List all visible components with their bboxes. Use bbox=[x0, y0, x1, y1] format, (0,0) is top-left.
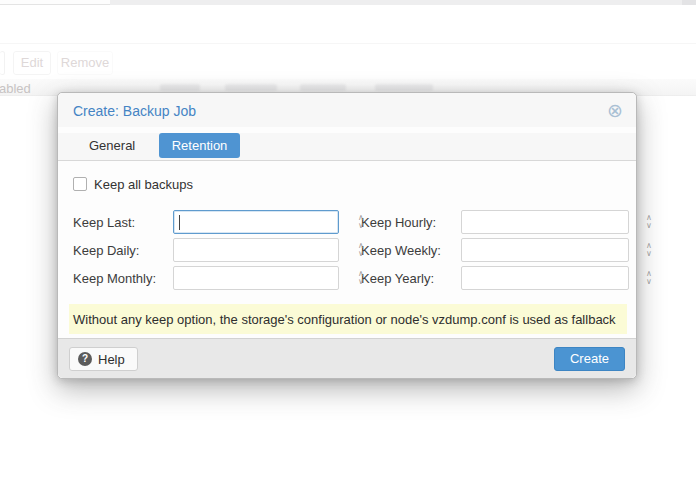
keep-monthly-input[interactable] bbox=[174, 267, 358, 289]
screen: Edit Remove abled Create: Backup Job ⊗ G… bbox=[0, 0, 696, 484]
background-toolbar: Edit Remove bbox=[0, 50, 696, 76]
keep-hourly-input[interactable] bbox=[462, 211, 646, 233]
faint-column-header bbox=[375, 84, 433, 91]
dialog-body: Keep all backups Keep Last: ∧∨ Keep Hour… bbox=[58, 162, 636, 340]
keep-weekly-label: Keep Weekly: bbox=[361, 243, 461, 258]
background-divider bbox=[0, 43, 696, 44]
keep-all-backups-row: Keep all backups bbox=[73, 176, 193, 192]
keep-yearly-field[interactable]: ∧∨ bbox=[461, 266, 629, 290]
keep-weekly-input[interactable] bbox=[462, 239, 646, 261]
keep-daily-label: Keep Daily: bbox=[73, 243, 173, 258]
text-cursor bbox=[179, 215, 180, 230]
browser-active-tab-fragment bbox=[0, 0, 110, 5]
keep-hourly-label: Keep Hourly: bbox=[361, 215, 461, 230]
close-icon[interactable]: ⊗ bbox=[604, 99, 626, 121]
spinner-arrows-icon[interactable]: ∧∨ bbox=[646, 211, 652, 233]
keep-last-input[interactable] bbox=[174, 211, 358, 233]
remove-button[interactable]: Remove bbox=[57, 51, 113, 75]
spinner-arrows-icon[interactable]: ∧∨ bbox=[646, 267, 652, 289]
browser-strip-fragment bbox=[682, 0, 696, 5]
keep-last-field[interactable]: ∧∨ bbox=[173, 210, 339, 234]
spinner-arrows-icon[interactable]: ∧∨ bbox=[646, 239, 652, 261]
dialog-tabbar: General Retention bbox=[58, 133, 636, 161]
retention-fallback-hint: Without any keep option, the storage's c… bbox=[69, 304, 627, 334]
keep-monthly-label: Keep Monthly: bbox=[73, 271, 173, 286]
dialog-title: Create: Backup Job bbox=[73, 103, 196, 119]
keep-all-backups-label: Keep all backups bbox=[94, 177, 193, 192]
keep-all-backups-checkbox[interactable] bbox=[73, 177, 87, 191]
keep-last-label: Keep Last: bbox=[73, 215, 173, 230]
keep-monthly-field[interactable]: ∧∨ bbox=[173, 266, 339, 290]
help-button[interactable]: ? Help bbox=[69, 347, 138, 371]
create-backup-job-dialog: Create: Backup Job ⊗ General Retention K… bbox=[57, 92, 637, 379]
question-circle-icon: ? bbox=[78, 352, 92, 366]
hint-text: Without any keep option, the storage's c… bbox=[73, 312, 616, 327]
keep-daily-field[interactable]: ∧∨ bbox=[173, 238, 339, 262]
tab-retention[interactable]: Retention bbox=[159, 133, 241, 158]
browser-tab-strip bbox=[0, 0, 696, 5]
edit-button[interactable]: Edit bbox=[13, 51, 51, 75]
faint-column-header bbox=[160, 84, 200, 91]
keep-daily-input[interactable] bbox=[174, 239, 358, 261]
spinner-arrows-icon[interactable]: ∧∨ bbox=[358, 267, 364, 289]
background-toolbar-button-fragment[interactable] bbox=[0, 51, 5, 75]
help-button-label: Help bbox=[98, 352, 125, 367]
dialog-header: Create: Backup Job ⊗ bbox=[58, 93, 636, 127]
faint-column-header bbox=[300, 84, 346, 91]
keep-hourly-field[interactable]: ∧∨ bbox=[461, 210, 629, 234]
keep-yearly-input[interactable] bbox=[462, 267, 646, 289]
retention-fields-grid: Keep Last: ∧∨ Keep Hourly: ∧∨ Keep Daily… bbox=[73, 210, 629, 290]
enabled-column-header-partial: abled bbox=[0, 81, 31, 96]
faint-column-header bbox=[225, 84, 277, 91]
tab-general[interactable]: General bbox=[76, 133, 148, 158]
create-button[interactable]: Create bbox=[554, 347, 625, 371]
keep-yearly-label: Keep Yearly: bbox=[361, 271, 461, 286]
dialog-footer: ? Help Create bbox=[58, 338, 636, 378]
spinner-arrows-icon[interactable]: ∧∨ bbox=[358, 211, 364, 233]
spinner-arrows-icon[interactable]: ∧∨ bbox=[358, 239, 364, 261]
keep-weekly-field[interactable]: ∧∨ bbox=[461, 238, 629, 262]
